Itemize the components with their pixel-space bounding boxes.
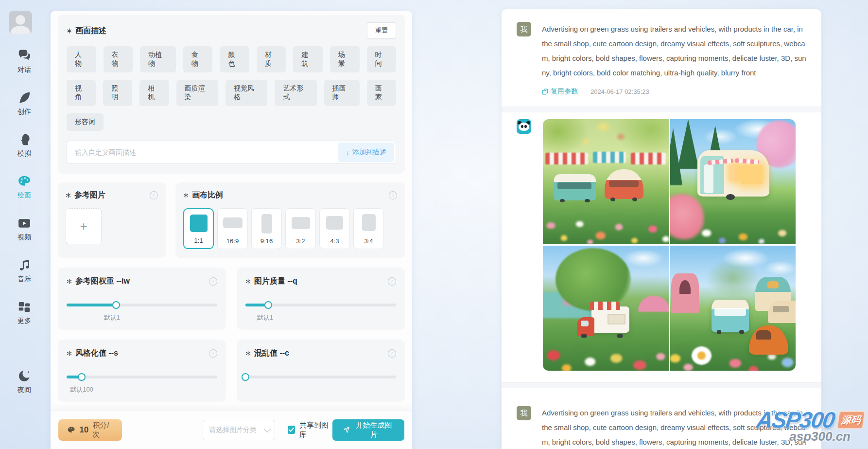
asterisk-icon [245,351,251,356]
teal-van-shape [554,174,595,200]
ratio-option-3-2[interactable]: 3:2 [285,208,316,249]
settings-scroll-area[interactable]: 画面描述 重置 人物 衣物 动植物 食物 颜色 材质 建筑 场景 时间 视角 [51,11,412,410]
tag-chip[interactable]: 人物 [67,46,96,72]
generated-image-quadrant-1[interactable] [543,119,669,244]
sidebar-item-music[interactable]: 音乐 [0,258,49,284]
ratio-option-16-9[interactable]: 16:9 [217,208,248,249]
tag-chip[interactable]: 场景 [330,46,360,72]
tag-chip[interactable]: 画质渲染 [176,80,218,106]
sidebar-item-draw[interactable]: 绘画 [0,174,49,200]
tag-chip[interactable]: 艺术形式 [275,80,316,106]
chaos-section: 混乱值 --c i [237,340,405,402]
sidebar-item-simulate[interactable]: 模拟 [0,132,49,158]
add-to-description-button[interactable]: ↓ 添加到描述 [338,143,394,162]
tag-chip[interactable]: 食物 [183,46,213,72]
person-icon [16,15,25,25]
message-divider [502,382,821,388]
sidebar-item-create[interactable]: 创作 [0,90,49,116]
share-to-gallery-option[interactable]: 共享到图库 [288,421,332,439]
info-icon[interactable]: i [388,349,396,358]
ratio-option-3-4[interactable]: 3:4 [353,208,384,249]
assistant-message [502,112,821,382]
chat-history-panel[interactable]: 我 Advertising on green grass using trail… [502,9,821,449]
slider-handle[interactable] [112,301,120,309]
sidebar-item-chat[interactable]: 对话 [0,49,49,74]
generated-image-quadrant-4[interactable] [670,246,796,371]
stylize-slider[interactable] [67,373,217,381]
info-icon[interactable]: i [209,277,217,286]
tag-chip[interactable]: 相机 [139,80,169,106]
custom-description-input[interactable] [74,148,338,157]
down-arrow-icon: ↓ [346,148,349,156]
tag-chip[interactable]: 材质 [257,46,286,72]
info-icon[interactable]: i [150,191,158,199]
send-icon [343,426,350,433]
ratio-option-1-1[interactable]: 1:1 [183,208,214,249]
prompt-text: Advertising on green grass using trailer… [542,22,807,80]
chaos-slider[interactable] [245,373,396,381]
image-weight-slider[interactable] [67,301,217,309]
upload-reference-image-button[interactable]: + [66,208,102,244]
chevron-down-icon [264,425,271,432]
tag-chip[interactable]: 照明 [103,80,132,106]
tag-chip[interactable]: 时间 [367,46,397,72]
user-message: 我 Advertising on green grass using trail… [502,9,821,107]
ratio-option-9-16[interactable]: 9:16 [251,208,282,249]
asterisk-icon [67,279,72,284]
canvas-ratio-title: 画布比例 [183,190,223,200]
image-quality-slider[interactable] [245,301,396,309]
tag-chip[interactable]: 颜色 [220,46,249,72]
flower-meadow [543,332,669,371]
reuse-parameters-link[interactable]: 复用参数 [542,87,578,96]
sidebar-item-more[interactable]: 更多 [0,300,49,325]
app-page: 对话 创作 模拟 绘画 视频 音乐 [0,0,868,449]
slider-handle[interactable] [78,373,86,381]
image-weight-title: 参考图权重 --iw [67,276,130,287]
generated-image-quadrant-3[interactable] [543,246,669,371]
orange-camper-shape [605,169,643,199]
tag-chip-row: 视角 照明 相机 画质渲染 视觉风格 艺术形式 插画师 画家 [67,80,396,106]
generated-image-quadrant-2[interactable] [670,119,796,244]
generated-image-grid[interactable] [543,119,796,371]
head-profile-icon [17,132,32,147]
awning-shape [593,152,625,163]
info-icon[interactable]: i [209,349,217,358]
generate-image-button[interactable]: 开始生成图片 [332,419,404,441]
sidebar-item-night-mode[interactable]: 夜间 [0,369,49,395]
copy-icon [542,89,548,95]
umbrella-shape [638,296,668,312]
info-icon[interactable]: i [388,277,396,286]
slider-default-label: 默认1 [104,313,120,322]
slider-handle[interactable] [242,373,249,381]
image-category-select[interactable]: 请选择图片分类 [203,420,275,440]
tag-chip[interactable]: 插画师 [324,80,360,106]
grid-icon [17,300,32,314]
ratio-option-4-3[interactable]: 4:3 [319,208,350,249]
fruit-tree-shape [556,248,631,311]
feather-icon [17,90,32,105]
info-icon[interactable]: i [389,191,397,199]
user-avatar: 我 [517,22,531,36]
sidebar-item-label: 对话 [17,66,31,74]
tag-chip[interactable]: 动植物 [140,46,176,72]
share-checkbox[interactable] [288,426,295,434]
tag-chip[interactable]: 画家 [367,80,396,106]
tag-chip[interactable]: 视角 [67,80,96,106]
sidebar: 对话 创作 模拟 绘画 视频 音乐 [0,0,49,449]
tag-chip[interactable]: 形容词 [67,113,104,131]
check-icon [289,428,294,432]
palette-icon [17,174,32,189]
reset-button[interactable]: 重置 [367,22,396,39]
describe-title: 画面描述 [67,26,106,36]
tag-chip-row: 形容词 [67,113,396,131]
tag-chip[interactable]: 视觉风格 [226,80,267,106]
tag-chip[interactable]: 衣物 [104,46,133,72]
user-avatar: 我 [517,406,531,420]
tag-chip[interactable]: 建筑 [293,46,323,72]
slider-handle[interactable] [264,301,272,309]
sidebar-item-video[interactable]: 视频 [0,216,49,242]
asterisk-icon [245,279,251,284]
user-profile-avatar[interactable] [9,11,32,34]
watermark-badge: 源码 [836,411,865,429]
awning-shape [631,153,666,164]
